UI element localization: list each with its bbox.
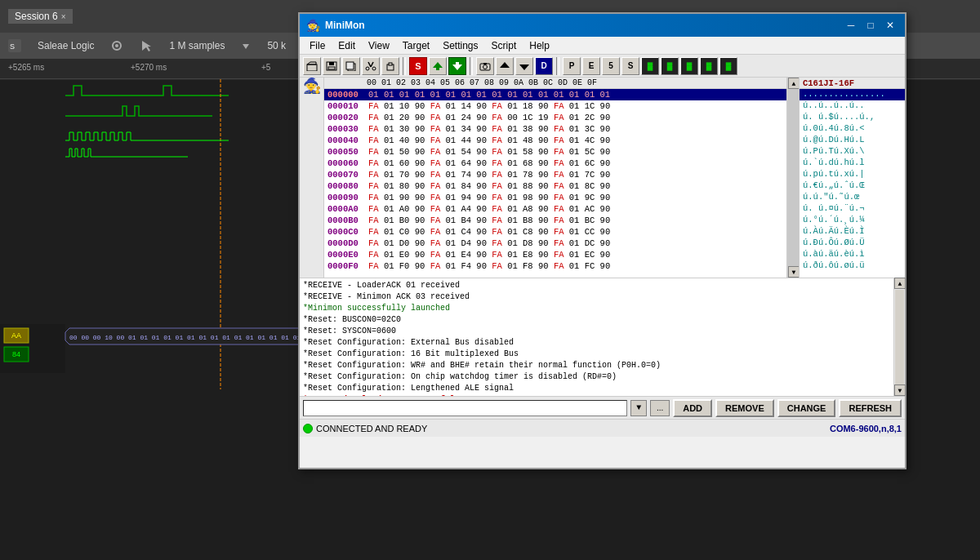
hex-row-11[interactable]: 0000B0 FA 01 B0 90 FA 01 B4 90 FA 01 B8 …	[324, 215, 786, 226]
log-line-6: *Reset Configuration: 16 Bit multiplexed…	[303, 349, 902, 360]
hex-row-9[interactable]: 000090 FA 01 90 90 FA 01 94 90 FA 01 98 …	[324, 192, 786, 203]
scroll-thumb[interactable]	[788, 89, 799, 266]
tb-box4-btn[interactable]: ▓	[700, 57, 718, 75]
tb-box2-btn[interactable]: ▓	[661, 57, 679, 75]
remove-button[interactable]: REMOVE	[715, 399, 774, 417]
svg-rect-22	[328, 67, 335, 69]
ascii-row-4[interactable]: ú.@ú.Dú.Hú.L	[800, 135, 905, 146]
dropdown-btn[interactable]: ▼	[630, 400, 647, 416]
refresh-button[interactable]: REFRESH	[839, 399, 902, 417]
hex-row-7[interactable]: 000070 FA 01 70 90 FA 01 74 90 FA 01 78 …	[324, 169, 786, 180]
ascii-row-8[interactable]: ú.€ú.„ú.ˆú.Œ	[800, 180, 905, 192]
ascii-row-13[interactable]: ú.Ðú.Ôú.Øú.Ü	[800, 238, 905, 249]
menu-edit[interactable]: Edit	[332, 38, 362, 53]
hex-row-10[interactable]: 0000A0 FA 01 A0 90 FA 01 A4 90 FA 01 A8 …	[324, 203, 786, 215]
add-button[interactable]: ADD	[673, 399, 712, 417]
session-close-btn[interactable]: ×	[61, 12, 66, 21]
tb-p-btn[interactable]: P	[563, 57, 581, 75]
tb-s-btn[interactable]: S	[621, 57, 639, 75]
tb-box3-btn[interactable]: ▓	[680, 57, 698, 75]
svg-text:S: S	[10, 42, 15, 51]
tb-upload-btn[interactable]	[429, 57, 447, 75]
log-scrollbar[interactable]: ▲ ▼	[893, 278, 905, 396]
hex-row-3[interactable]: 000030 FA 01 30 90 FA 01 34 90 FA 01 38 …	[324, 123, 786, 135]
hex-row-13[interactable]: 0000D0 FA 01 D0 90 FA 01 D4 90 FA 01 D8 …	[324, 238, 786, 249]
hex-row-12[interactable]: 0000C0 FA 01 C0 90 FA 01 C4 90 FA 01 C8 …	[324, 226, 786, 238]
svg-rect-32	[436, 68, 439, 70]
tb-box1-btn[interactable]: ▓	[641, 57, 659, 75]
log-area[interactable]: *RECEIVE - LoaderACK 01 received *RECEIV…	[300, 278, 905, 396]
menu-view[interactable]: View	[362, 38, 396, 53]
tb-paste-btn[interactable]	[381, 57, 399, 75]
gear-icon[interactable]	[110, 39, 123, 52]
menu-script[interactable]: Script	[485, 38, 523, 53]
ascii-row-12[interactable]: ú.Àú.Äú.Èú.Ì	[800, 226, 905, 238]
tb-e-btn[interactable]: E	[582, 57, 600, 75]
hex-row-8[interactable]: 000080 FA 01 80 90 FA 01 84 90 FA 01 88 …	[324, 180, 786, 192]
hex-row-6[interactable]: 000060 FA 01 60 90 FA 01 64 90 FA 01 68 …	[324, 158, 786, 169]
ascii-row-3[interactable]: ú.0ú.4ú.8ú.<	[800, 123, 905, 135]
log-line-0: *RECEIVE - LoaderACK 01 received	[303, 280, 902, 291]
close-button[interactable]: ✕	[882, 18, 898, 33]
tb-5-btn[interactable]: 5	[602, 57, 620, 75]
hex-row-0[interactable]: 000000 01 01 01 01 01 01 01 01 01 01 01 …	[324, 89, 786, 100]
ascii-row-1[interactable]: ú..ú..ú..ú..	[800, 100, 905, 112]
bottom-toolbar: ▼ ... ADD REMOVE CHANGE REFRESH	[300, 396, 905, 419]
cursor-icon[interactable]	[140, 39, 153, 52]
tb-stop-btn[interactable]: S	[409, 57, 427, 75]
time-marker-3: +5	[261, 63, 270, 72]
log-scroll-up[interactable]: ▲	[894, 278, 906, 289]
tb-down-btn[interactable]	[515, 57, 533, 75]
hex-scrollbar[interactable]: ▲ ▼	[787, 78, 799, 278]
menu-help[interactable]: Help	[523, 38, 556, 53]
session-tab-label: Session 6	[15, 11, 58, 22]
scroll-up-btn[interactable]: ▲	[788, 78, 800, 89]
log-line-1: *RECEIVE - Minimon ACK 03 received	[303, 291, 902, 303]
session-tab[interactable]: Session 6 ×	[8, 9, 73, 24]
hex-header-addr	[327, 78, 367, 87]
menu-file[interactable]: File	[303, 38, 332, 53]
svg-marker-4	[142, 41, 151, 51]
minimon-window: 🧙 MiniMon ─ □ ✕ File Edit View Target Se…	[298, 12, 906, 469]
ascii-row-10[interactable]: ú. ú.¤ú.¨ú.¬	[800, 203, 905, 215]
ascii-row-0[interactable]: ................	[800, 89, 905, 100]
log-scroll-down[interactable]: ▼	[894, 384, 906, 396]
ascii-row-7[interactable]: ú.pú.tú.xú.|	[800, 169, 905, 180]
hex-row-15[interactable]: 0000F0 FA 01 F0 90 FA 01 F4 90 FA 01 F8 …	[324, 260, 786, 272]
ellipsis-btn[interactable]: ...	[650, 400, 670, 416]
tb-d-btn[interactable]: D	[535, 57, 553, 75]
tb-cut-btn[interactable]	[362, 57, 380, 75]
tb-camera-btn[interactable]	[476, 57, 494, 75]
tb-download-btn[interactable]	[448, 57, 466, 75]
samples-label: 1 M samples	[169, 40, 225, 51]
ascii-row-14[interactable]: ú.àú.äú.èú.ì	[800, 249, 905, 260]
ascii-row-15[interactable]: ú.ðú.ôú.øú.ü	[800, 260, 905, 272]
ascii-row-9[interactable]: ú.ú."ú.˜ú.œ	[800, 192, 905, 203]
ascii-row-5[interactable]: ú.Pú.Tú.Xú.\	[800, 146, 905, 158]
ascii-row-6[interactable]: ú.`ú.dú.hú.l	[800, 158, 905, 169]
maximize-button[interactable]: □	[862, 18, 879, 33]
dropdown-icon[interactable]	[241, 41, 251, 51]
hex-row-14[interactable]: 0000E0 FA 01 E0 90 FA 01 E4 90 FA 01 E8 …	[324, 249, 786, 260]
hex-row-4[interactable]: 000040 FA 01 40 90 FA 01 44 90 FA 01 48 …	[324, 135, 786, 146]
tb-copy-btn[interactable]	[342, 57, 360, 75]
ascii-row-11[interactable]: ú.°ú.´ú.¸ú.¼	[800, 215, 905, 226]
menu-settings[interactable]: Settings	[436, 38, 484, 53]
tb-save-btn[interactable]	[323, 57, 341, 75]
tb-open-btn[interactable]	[303, 57, 321, 75]
tb-up-btn[interactable]	[496, 57, 514, 75]
hex-area[interactable]: 00 01 02 03 04 05 06 07 08 09 0A 0B 0C 0…	[324, 78, 787, 278]
minimize-button[interactable]: ─	[843, 18, 859, 33]
log-scroll-thumb[interactable]	[895, 290, 904, 385]
scroll-down-btn[interactable]: ▼	[788, 266, 800, 278]
hex-row-2[interactable]: 000020 FA 01 20 90 FA 01 24 90 FA 00 1C …	[324, 112, 786, 123]
hex-row-5[interactable]: 000050 FA 01 50 90 FA 01 54 90 FA 01 58 …	[324, 146, 786, 158]
svg-text:84: 84	[12, 350, 20, 358]
tb-sep-2	[470, 57, 473, 75]
menu-target[interactable]: Target	[396, 38, 436, 53]
hex-row-1[interactable]: 000010 FA 01 10 90 FA 01 14 90 FA 01 18 …	[324, 100, 786, 112]
tb-box5-btn[interactable]: ▓	[719, 57, 737, 75]
change-button[interactable]: CHANGE	[777, 399, 836, 417]
ascii-row-2[interactable]: ú. ú.$ú....ú.,	[800, 112, 905, 123]
command-input[interactable]	[303, 400, 627, 416]
